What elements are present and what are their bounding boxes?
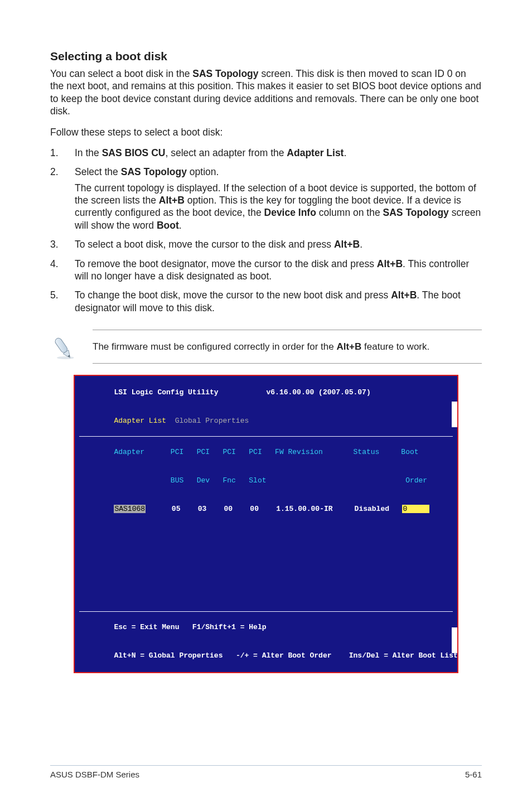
bios-screenshot: LSI Logic Config Utility v6.16.00.00 (20… — [74, 375, 458, 673]
step-5: 5. To change the boot disk, move the cur… — [50, 289, 482, 317]
bios-scroll-indicator-top — [452, 402, 457, 427]
bios-col-status: Status — [354, 448, 380, 456]
bios-adapter-selected: SAS1068 — [114, 505, 146, 513]
step-1: 1. In the SAS BIOS CU, select an adapter… — [50, 147, 482, 162]
bios-help-plusminus: -/+ = Alter Boot Order — [236, 651, 332, 660]
bios-title-right: v6.16.00.00 (2007.05.07) — [266, 388, 370, 397]
bios-boot-order-value: 0 — [402, 505, 429, 513]
steps-list: 1. In the SAS BIOS CU, select an adapter… — [50, 147, 482, 317]
bios-help-esc: Esc = Exit Menu — [114, 623, 179, 631]
lead-paragraph: You can select a boot disk in the SAS To… — [50, 67, 482, 118]
pencil-icon — [50, 331, 83, 363]
bios-data-row: SAS1068 05 03 00 00 1.15.00.00-IR Disabl… — [79, 495, 453, 523]
step-3: 3. To select a boot disk, move the curso… — [50, 238, 482, 254]
step-number: 3. — [50, 238, 62, 254]
footer-right: 5-61 — [465, 769, 482, 780]
bios-help-f1: F1/Shift+1 = Help — [192, 623, 267, 631]
bios-help-insdel: Ins/Del = Alter Boot List — [349, 651, 458, 660]
step-number: 5. — [50, 289, 62, 317]
bios-col-fw: FW Revision — [275, 448, 323, 456]
bios-col-adapter: Adapter — [114, 448, 144, 456]
step-2: 2. Select the SAS Topology option. The c… — [50, 166, 482, 235]
step-number: 4. — [50, 258, 62, 286]
bios-help-altn: Alt+N = Global Properties — [114, 651, 223, 660]
bios-scroll-indicator-bottom — [452, 627, 457, 653]
step-number: 1. — [50, 147, 62, 162]
bios-col-boot: Boot — [401, 448, 418, 456]
note: The firmware must be configured correctl… — [50, 330, 482, 364]
svg-point-3 — [57, 356, 74, 359]
bios-tab-adapter-list: Adapter List — [114, 417, 166, 425]
bios-title-left: LSI Logic Config Utility — [114, 388, 218, 397]
bios-tab-global-properties: Global Properties — [175, 417, 249, 425]
section-title: Selecting a boot disk — [50, 49, 482, 64]
follow-paragraph: Follow these steps to select a boot disk… — [50, 126, 482, 138]
step-number: 2. — [50, 166, 62, 235]
step-4: 4. To remove the boot designator, move t… — [50, 258, 482, 286]
page-footer: ASUS DSBF-DM Series 5-61 — [50, 765, 482, 780]
footer-left: ASUS DSBF-DM Series — [50, 769, 139, 780]
note-text: The firmware must be configured correctl… — [93, 341, 429, 352]
